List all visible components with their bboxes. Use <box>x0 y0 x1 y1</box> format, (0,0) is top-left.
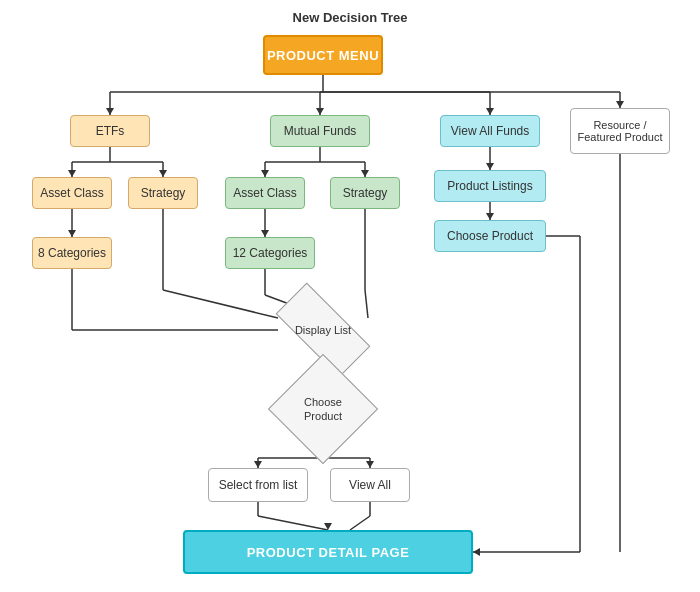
etf-strategy-node[interactable]: Strategy <box>128 177 198 209</box>
view-all-funds-node[interactable]: View All Funds <box>440 115 540 147</box>
svg-marker-51 <box>261 170 269 177</box>
page-title: New Decision Tree <box>0 10 700 25</box>
svg-line-38 <box>258 516 328 530</box>
product-detail-page-node[interactable]: PRODUCT DETAIL PAGE <box>183 530 473 574</box>
mutual-funds-node[interactable]: Mutual Funds <box>270 115 370 147</box>
svg-marker-49 <box>68 170 76 177</box>
diagram-container: New Decision Tree <box>0 0 700 592</box>
svg-marker-53 <box>68 230 76 237</box>
svg-line-40 <box>350 516 370 530</box>
product-menu-node[interactable]: PRODUCT MENU <box>263 35 383 75</box>
etf-8categories-node[interactable]: 8 Categories <box>32 237 112 269</box>
svg-marker-61 <box>473 548 480 556</box>
etfs-node[interactable]: ETFs <box>70 115 150 147</box>
svg-marker-48 <box>616 101 624 108</box>
resource-featured-node[interactable]: Resource / Featured Product <box>570 108 670 154</box>
svg-marker-55 <box>486 163 494 170</box>
svg-marker-58 <box>254 461 262 468</box>
svg-marker-50 <box>159 170 167 177</box>
svg-marker-45 <box>106 108 114 115</box>
mf-12categories-node[interactable]: 12 Categories <box>225 237 315 269</box>
svg-marker-47 <box>486 108 494 115</box>
choose-product-blue-node[interactable]: Choose Product <box>434 220 546 252</box>
mf-strategy-node[interactable]: Strategy <box>330 177 400 209</box>
svg-marker-52 <box>361 170 369 177</box>
connectors-svg <box>0 0 700 592</box>
svg-marker-60 <box>324 523 332 530</box>
svg-marker-59 <box>366 461 374 468</box>
etf-asset-class-node[interactable]: Asset Class <box>32 177 112 209</box>
view-all-node[interactable]: View All <box>330 468 410 502</box>
choose-product-diamond-node[interactable]: ChooseProduct <box>268 354 378 464</box>
svg-marker-54 <box>261 230 269 237</box>
mf-asset-class-node[interactable]: Asset Class <box>225 177 305 209</box>
svg-marker-56 <box>486 213 494 220</box>
svg-marker-46 <box>316 108 324 115</box>
svg-line-26 <box>163 290 278 318</box>
product-listings-node[interactable]: Product Listings <box>434 170 546 202</box>
select-from-list-node[interactable]: Select from list <box>208 468 308 502</box>
